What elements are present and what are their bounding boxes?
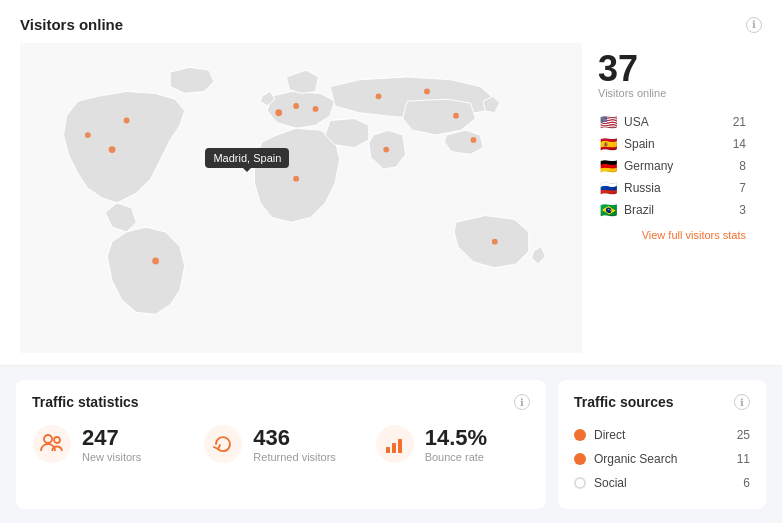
country-list: 🇺🇸 USA 21 🇪🇸 Spain 14 🇩🇪 Germany 8 🇷🇺 Ru… — [598, 115, 746, 217]
traffic-sources-title: Traffic sources — [574, 394, 674, 410]
country-name: Brazil — [624, 203, 733, 217]
bounce-rate-label: Bounce rate — [425, 451, 487, 463]
source-count: 25 — [737, 428, 750, 442]
section-header: Visitors online ℹ — [20, 16, 762, 33]
traffic-stats-title: Traffic statistics — [32, 394, 139, 410]
source-name: Social — [594, 476, 735, 490]
new-visitors-text: 247 New visitors — [82, 425, 141, 463]
returned-visitors-value: 436 — [253, 425, 336, 451]
traffic-stats-header: Traffic statistics ℹ — [32, 394, 530, 410]
country-name: Russia — [624, 181, 733, 195]
svg-point-1 — [109, 146, 116, 153]
country-count: 8 — [739, 159, 746, 173]
source-dot-icon — [574, 477, 586, 489]
source-item: Organic Search11 — [574, 452, 750, 466]
country-item: 🇩🇪 Germany 8 — [598, 159, 746, 173]
stats-row: 247 New visitors 436 — [32, 424, 530, 464]
bounce-rate-text: 14.5% Bounce rate — [425, 425, 487, 463]
country-name: Germany — [624, 159, 733, 173]
world-map-svg — [20, 41, 582, 355]
visitors-count: 37 — [598, 51, 746, 87]
country-flag: 🇧🇷 — [598, 203, 618, 217]
source-item: Direct25 — [574, 428, 750, 442]
visitors-online-label: Visitors online — [598, 87, 746, 99]
returned-visitors-stat: 436 Returned visitors — [203, 424, 358, 464]
source-count: 11 — [737, 452, 750, 466]
country-count: 3 — [739, 203, 746, 217]
svg-rect-22 — [398, 439, 402, 453]
svg-point-12 — [85, 132, 91, 138]
traffic-sources-header: Traffic sources ℹ — [574, 394, 750, 410]
svg-point-5 — [376, 93, 382, 99]
country-item: 🇧🇷 Brazil 3 — [598, 203, 746, 217]
country-flag: 🇪🇸 — [598, 137, 618, 151]
country-name: Spain — [624, 137, 727, 151]
new-visitors-label: New visitors — [82, 451, 141, 463]
stats-panel: 37 Visitors online 🇺🇸 USA 21 🇪🇸 Spain 14… — [582, 41, 762, 355]
country-flag: 🇷🇺 — [598, 181, 618, 195]
info-icon[interactable]: ℹ — [746, 17, 762, 33]
country-item: 🇺🇸 USA 21 — [598, 115, 746, 129]
view-full-stats-link[interactable]: View full visitors stats — [598, 229, 746, 241]
source-dot-icon — [574, 453, 586, 465]
source-dot-icon — [574, 429, 586, 441]
svg-point-2 — [275, 109, 282, 116]
svg-point-18 — [204, 425, 242, 463]
world-map-container: Madrid, Spain — [20, 41, 582, 355]
returned-visitors-icon — [203, 424, 243, 464]
svg-point-8 — [471, 137, 477, 143]
returned-visitors-text: 436 Returned visitors — [253, 425, 336, 463]
new-visitors-icon — [32, 424, 72, 464]
source-list: Direct25Organic Search11Social6 — [574, 428, 750, 490]
traffic-sources-card: Traffic sources ℹ Direct25Organic Search… — [558, 380, 766, 509]
svg-point-15 — [33, 425, 71, 463]
source-count: 6 — [743, 476, 750, 490]
country-name: USA — [624, 115, 727, 129]
returned-visitors-label: Returned visitors — [253, 451, 336, 463]
source-name: Organic Search — [594, 452, 729, 466]
country-flag: 🇺🇸 — [598, 115, 618, 129]
svg-point-3 — [293, 103, 299, 109]
svg-point-14 — [383, 147, 389, 153]
page-title: Visitors online — [20, 16, 123, 33]
country-flag: 🇩🇪 — [598, 159, 618, 173]
country-count: 14 — [733, 137, 746, 151]
svg-point-6 — [424, 89, 430, 95]
source-item: Social6 — [574, 476, 750, 490]
map-stats-container: Madrid, Spain 37 Visitors online 🇺🇸 USA … — [20, 41, 762, 355]
new-visitors-value: 247 — [82, 425, 141, 451]
visitors-online-section: Visitors online ℹ — [0, 0, 782, 366]
svg-rect-21 — [392, 443, 396, 453]
new-visitors-stat: 247 New visitors — [32, 424, 187, 464]
svg-point-9 — [152, 258, 159, 265]
country-count: 21 — [733, 115, 746, 129]
bounce-rate-icon — [375, 424, 415, 464]
country-item: 🇷🇺 Russia 7 — [598, 181, 746, 195]
traffic-stats-card: Traffic statistics ℹ — [16, 380, 546, 509]
bottom-section: Traffic statistics ℹ — [0, 366, 782, 523]
traffic-stats-info-icon[interactable]: ℹ — [514, 394, 530, 410]
svg-point-10 — [492, 239, 498, 245]
svg-point-4 — [313, 106, 319, 112]
svg-point-13 — [124, 118, 130, 124]
svg-point-11 — [293, 176, 299, 182]
bounce-rate-value: 14.5% — [425, 425, 487, 451]
bounce-rate-stat: 14.5% Bounce rate — [375, 424, 530, 464]
country-item: 🇪🇸 Spain 14 — [598, 137, 746, 151]
svg-point-7 — [453, 113, 459, 119]
country-count: 7 — [739, 181, 746, 195]
source-name: Direct — [594, 428, 729, 442]
svg-rect-20 — [386, 447, 390, 453]
traffic-sources-info-icon[interactable]: ℹ — [734, 394, 750, 410]
